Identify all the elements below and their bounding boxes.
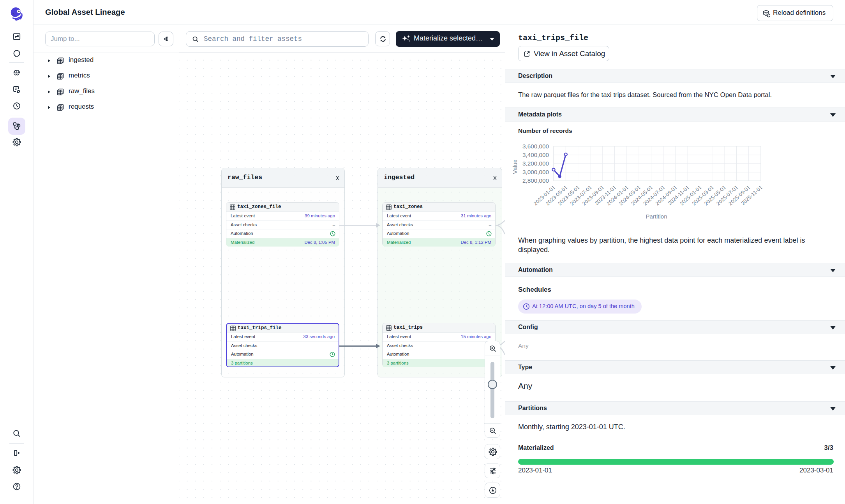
svg-text:Partition: Partition	[646, 213, 667, 220]
svg-text:3,200,000: 3,200,000	[522, 160, 549, 167]
svg-text:2,800,000: 2,800,000	[522, 177, 549, 184]
svg-text:Value: Value	[512, 159, 518, 174]
svg-text:3,000,000: 3,000,000	[522, 169, 549, 175]
svg-text:3,600,000: 3,600,000	[522, 143, 549, 150]
svg-text:3,400,000: 3,400,000	[522, 152, 549, 158]
